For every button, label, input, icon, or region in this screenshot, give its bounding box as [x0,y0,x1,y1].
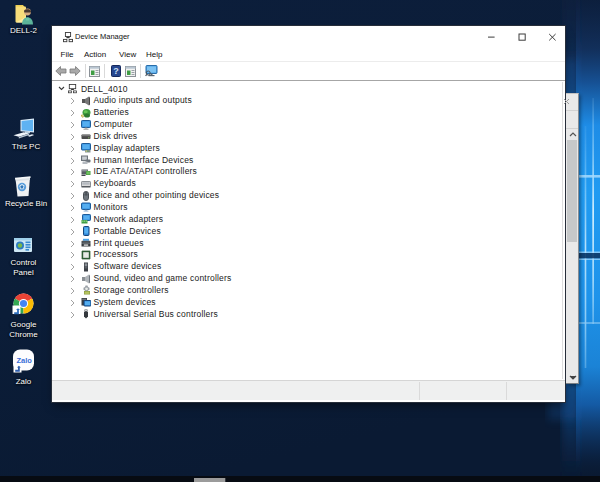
svg-text:?: ? [113,66,119,76]
svg-text:Zalo: Zalo [16,356,32,365]
